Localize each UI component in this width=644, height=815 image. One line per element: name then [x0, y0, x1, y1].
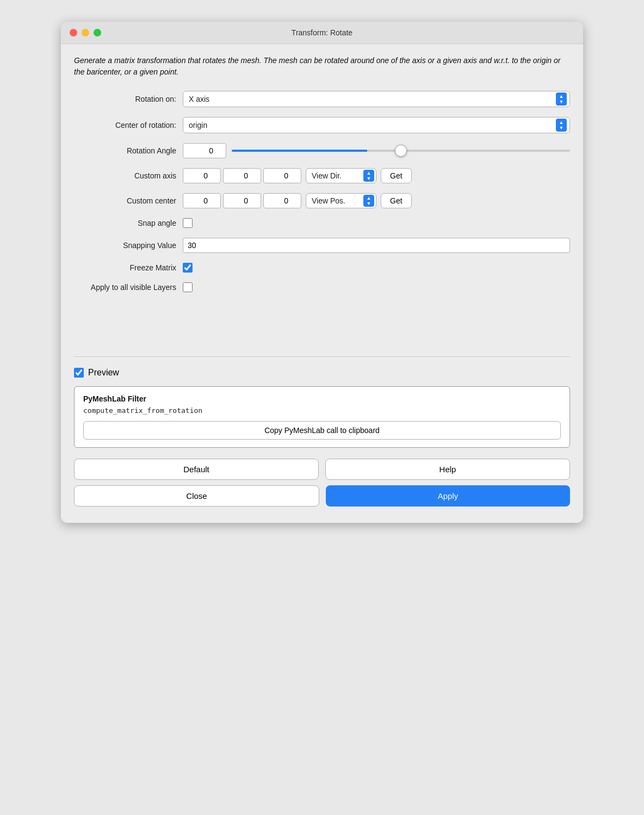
preview-row: Preview: [74, 368, 570, 378]
apply-button[interactable]: Apply: [326, 485, 570, 507]
custom-center-dropdown-wrapper: View Pos. Custom ▲ ▼: [306, 193, 376, 208]
custom-center-y-input[interactable]: [223, 193, 261, 208]
freeze-matrix-label: Freeze Matrix: [74, 263, 183, 272]
content-area: Generate a matrix transformation that ro…: [61, 44, 583, 523]
main-window: Transform: Rotate Generate a matrix tran…: [61, 22, 583, 523]
snapping-value-row: Snapping Value: [74, 238, 570, 253]
maximize-window-button[interactable]: [94, 29, 101, 36]
pymeshlab-title: PyMeshLab Filter: [83, 394, 561, 403]
snap-angle-row: Snap angle: [74, 218, 570, 228]
snapping-value-control: [183, 238, 570, 253]
pymeshlab-function-name: compute_matrix_from_rotation: [83, 406, 561, 415]
spacer: [74, 302, 570, 345]
custom-center-select[interactable]: View Pos. Custom: [306, 193, 376, 208]
custom-axis-control: View Dir. Custom ▲ ▼ Get: [183, 168, 570, 183]
custom-axis-dropdown-wrapper: View Dir. Custom ▲ ▼: [306, 168, 376, 183]
rotation-on-label: Rotation on:: [74, 95, 183, 103]
custom-axis-row: Custom axis View Dir. Custom ▲ ▼: [74, 168, 570, 183]
rotation-on-select-wrapper: X axis Y axis Z axis Custom axis ▲ ▼: [183, 91, 570, 107]
default-button[interactable]: Default: [74, 459, 319, 480]
apply-to-all-control: [183, 282, 570, 292]
preview-label: Preview: [88, 368, 119, 378]
rotation-angle-slider-row: [183, 143, 570, 158]
rotation-on-control: X axis Y axis Z axis Custom axis ▲ ▼: [183, 91, 570, 107]
center-of-rotation-control: origin baricenter custom point ▲ ▼: [183, 117, 570, 133]
rotation-angle-input[interactable]: [183, 143, 226, 158]
freeze-matrix-control: [183, 263, 570, 273]
custom-center-inputs: View Pos. Custom ▲ ▼ Get: [183, 193, 570, 208]
custom-axis-label: Custom axis: [74, 171, 183, 180]
pymeshlab-box: PyMeshLab Filter compute_matrix_from_rot…: [74, 386, 570, 448]
bottom-buttons-row1: Default Help: [74, 459, 570, 480]
custom-axis-inputs: View Dir. Custom ▲ ▼ Get: [183, 168, 570, 183]
custom-axis-select[interactable]: View Dir. Custom: [306, 168, 376, 183]
snapping-value-label: Snapping Value: [74, 241, 183, 250]
close-button[interactable]: Close: [74, 485, 319, 507]
apply-to-all-checkbox[interactable]: [183, 282, 193, 292]
minimize-window-button[interactable]: [82, 29, 89, 36]
custom-center-x-input[interactable]: [183, 193, 221, 208]
custom-center-control: View Pos. Custom ▲ ▼ Get: [183, 193, 570, 208]
close-window-button[interactable]: [70, 29, 77, 36]
center-of-rotation-row: Center of rotation: origin baricenter cu…: [74, 117, 570, 133]
freeze-matrix-row: Freeze Matrix: [74, 263, 570, 273]
window-title: Transform: Rotate: [292, 28, 352, 37]
copy-pymeshlab-button[interactable]: Copy PyMeshLab call to clipboard: [83, 421, 561, 440]
snap-angle-control: [183, 218, 570, 228]
custom-center-row: Custom center View Pos. Custom ▲ ▼: [74, 193, 570, 208]
preview-checkbox[interactable]: [74, 368, 84, 378]
custom-axis-z-input[interactable]: [263, 168, 301, 183]
snap-angle-checkbox[interactable]: [183, 218, 193, 228]
description-text: Generate a matrix transformation that ro…: [74, 55, 570, 78]
apply-to-all-label: Apply to all visible Layers: [74, 283, 183, 292]
custom-axis-get-button[interactable]: Get: [381, 168, 412, 183]
rotation-on-select[interactable]: X axis Y axis Z axis Custom axis: [183, 91, 570, 107]
center-of-rotation-label: Center of rotation:: [74, 121, 183, 129]
custom-center-z-input[interactable]: [263, 193, 301, 208]
rotation-angle-control: [183, 143, 570, 158]
center-of-rotation-select[interactable]: origin baricenter custom point: [183, 117, 570, 133]
custom-axis-y-input[interactable]: [223, 168, 261, 183]
rotation-angle-row: Rotation Angle: [74, 143, 570, 158]
custom-center-get-button[interactable]: Get: [381, 193, 412, 208]
window-controls: [70, 29, 101, 36]
center-of-rotation-select-wrapper: origin baricenter custom point ▲ ▼: [183, 117, 570, 133]
bottom-buttons-row2: Close Apply: [74, 485, 570, 507]
custom-axis-x-input[interactable]: [183, 168, 221, 183]
rotation-on-row: Rotation on: X axis Y axis Z axis Custom…: [74, 91, 570, 107]
rotation-angle-label: Rotation Angle: [74, 146, 183, 155]
snapping-value-input[interactable]: [183, 238, 570, 253]
help-button[interactable]: Help: [325, 459, 570, 480]
snap-angle-label: Snap angle: [74, 219, 183, 227]
freeze-matrix-checkbox[interactable]: [183, 263, 193, 273]
divider-1: [74, 356, 570, 357]
apply-to-all-row: Apply to all visible Layers: [74, 282, 570, 292]
title-bar: Transform: Rotate: [61, 22, 583, 44]
rotation-angle-slider[interactable]: [232, 150, 570, 152]
custom-center-label: Custom center: [74, 196, 183, 205]
